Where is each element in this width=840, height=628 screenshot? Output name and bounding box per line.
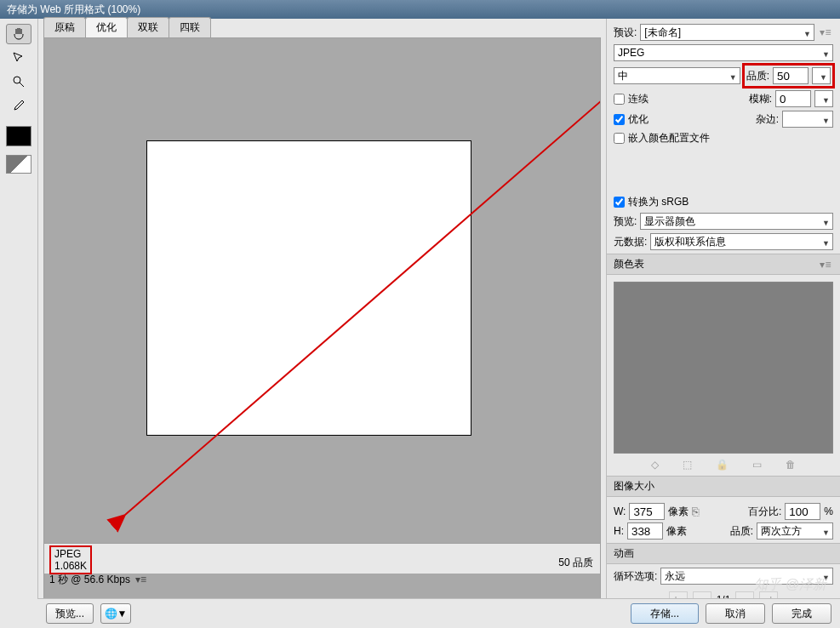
tool-strip bbox=[0, 19, 38, 628]
center-column: 原稿 优化 双联 四联 JPEG 1.068K 50 品质 1 秒 @ 56.6… bbox=[38, 19, 606, 628]
link-dimensions-icon[interactable]: ⎘ bbox=[692, 505, 699, 518]
blur-label: 模糊: bbox=[749, 92, 772, 106]
svg-point-0 bbox=[14, 77, 20, 83]
zoom-tool[interactable] bbox=[6, 71, 31, 92]
hand-tool[interactable] bbox=[6, 24, 31, 44]
toggle-slices-icon[interactable] bbox=[6, 155, 31, 174]
foreground-swatch[interactable] bbox=[6, 126, 31, 146]
save-for-web-dialog: 存储为 Web 所用格式 (100%) 原稿 优化 双联 四联 JP bbox=[0, 0, 840, 628]
loop-select[interactable]: 永远 bbox=[660, 568, 833, 585]
percent-input[interactable] bbox=[785, 503, 820, 520]
preset-label: 预设: bbox=[614, 26, 637, 40]
matte-label: 杂边: bbox=[756, 112, 779, 127]
dialog-buttons: 预览... 🌐▼ 存储... 取消 完成 bbox=[37, 598, 840, 628]
resample-select[interactable]: 两次立方 bbox=[757, 522, 833, 540]
optimized-checkbox[interactable]: 优化 bbox=[614, 112, 649, 127]
preview-label: 预览: bbox=[614, 214, 637, 229]
info-quality: 50 品质 bbox=[558, 556, 593, 570]
preview-button[interactable]: 预览... bbox=[46, 603, 94, 624]
quality-label: 品质: bbox=[746, 69, 769, 83]
embed-profile-checkbox[interactable]: 嵌入颜色配置文件 bbox=[614, 131, 710, 146]
save-button[interactable]: 存储... bbox=[631, 603, 699, 624]
slice-select-tool[interactable] bbox=[6, 48, 31, 68]
colortable-header: 颜色表▾≡ bbox=[607, 254, 840, 275]
colortable-toolbar: ◇ ⬚ 🔒 ▭ 🗑 bbox=[614, 457, 833, 472]
width-label: W: bbox=[614, 505, 626, 517]
preview-tabs: 原稿 优化 双联 四联 bbox=[38, 19, 606, 37]
info-timing: 1 秒 @ 56.6 Kbps▾≡ bbox=[49, 573, 146, 587]
color-table[interactable] bbox=[614, 282, 833, 454]
loop-label: 循环选项: bbox=[614, 569, 657, 584]
window-title: 存储为 Web 所用格式 (100%) bbox=[0, 0, 840, 19]
preset-select[interactable]: [未命名] bbox=[640, 24, 814, 41]
settings-panel: 预设: [未命名] ▾≡ JPEG 中 品质: 连续 模糊: bbox=[606, 19, 840, 628]
matte-select[interactable] bbox=[782, 111, 833, 128]
metadata-select[interactable]: 版权和联系信息 bbox=[650, 233, 833, 250]
info-size: 1.068K bbox=[54, 560, 87, 572]
animation-header: 动画 bbox=[607, 543, 840, 564]
timing-menu-icon[interactable]: ▾≡ bbox=[135, 574, 146, 585]
resample-label: 品质: bbox=[730, 524, 753, 539]
convert-srgb-checkbox[interactable]: 转换为 sRGB bbox=[614, 195, 689, 209]
cancel-button[interactable]: 取消 bbox=[706, 603, 765, 624]
ct-new-icon[interactable]: ▭ bbox=[752, 459, 762, 471]
colortable-menu-icon[interactable]: ▾≡ bbox=[818, 259, 833, 271]
done-button[interactable]: 完成 bbox=[772, 603, 831, 624]
ct-icon[interactable]: ◇ bbox=[651, 459, 659, 471]
metadata-label: 元数据: bbox=[614, 235, 647, 249]
tab-4up[interactable]: 四联 bbox=[169, 17, 211, 37]
height-input[interactable] bbox=[627, 522, 663, 540]
blur-input[interactable] bbox=[775, 90, 811, 107]
info-format: JPEG bbox=[54, 548, 81, 560]
ct-lock-icon[interactable]: 🔒 bbox=[716, 459, 729, 471]
width-input[interactable] bbox=[629, 503, 665, 520]
height-label: H: bbox=[614, 525, 624, 537]
preset-menu-icon[interactable]: ▾≡ bbox=[818, 26, 833, 38]
tab-optimized[interactable]: 优化 bbox=[85, 17, 128, 37]
browser-preview-button[interactable]: 🌐▼ bbox=[100, 603, 131, 624]
imagesize-header: 图像大小 bbox=[607, 476, 840, 497]
format-select[interactable]: JPEG bbox=[614, 44, 833, 61]
tab-original[interactable]: 原稿 bbox=[43, 17, 86, 37]
ct-trash-icon[interactable]: 🗑 bbox=[786, 459, 796, 471]
preview-select[interactable]: 显示器颜色 bbox=[640, 213, 833, 230]
blur-stepper[interactable] bbox=[814, 90, 833, 107]
preview-canvas bbox=[146, 140, 471, 436]
tab-2up[interactable]: 双联 bbox=[127, 17, 169, 37]
ct-icon[interactable]: ⬚ bbox=[683, 459, 692, 471]
optimize-info: JPEG 1.068K bbox=[44, 543, 600, 574]
quality-profile-select[interactable]: 中 bbox=[614, 67, 740, 84]
percent-label: 百分比: bbox=[748, 505, 781, 519]
eyedropper-tool[interactable] bbox=[6, 95, 31, 116]
canvas-area[interactable]: JPEG 1.068K 50 品质 1 秒 @ 56.6 Kbps▾≡ bbox=[43, 37, 601, 607]
quality-stepper[interactable] bbox=[812, 67, 831, 84]
progressive-checkbox[interactable]: 连续 bbox=[614, 92, 649, 106]
quality-input[interactable] bbox=[773, 67, 809, 84]
